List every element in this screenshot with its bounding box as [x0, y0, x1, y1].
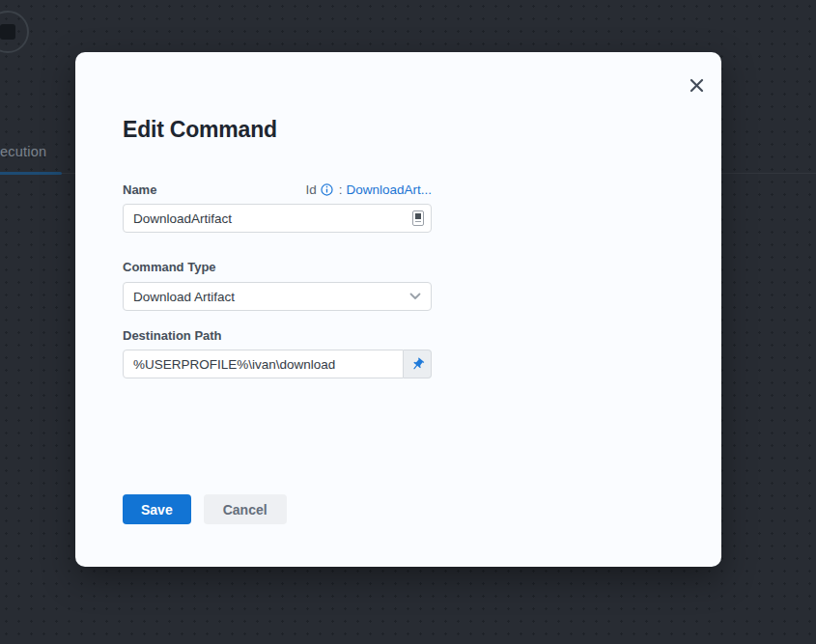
name-label: Name [123, 182, 156, 197]
active-tab-underline [0, 172, 62, 175]
destination-path-group [123, 350, 432, 378]
edit-command-modal: Edit Command Name Id : DownloadArt... [75, 52, 721, 567]
tab-execution[interactable]: ecution [0, 144, 46, 159]
stop-button[interactable] [0, 11, 29, 53]
page-title: Edit Command [123, 116, 674, 143]
name-input[interactable] [123, 204, 432, 233]
id-separator: : [339, 182, 343, 197]
edit-command-form: Name Id : DownloadArt... [123, 182, 432, 524]
close-icon [689, 78, 704, 93]
command-id-link[interactable]: DownloadArt... [346, 182, 432, 197]
save-button[interactable]: Save [123, 494, 191, 524]
chevron-down-icon [409, 293, 421, 300]
command-type-select[interactable]: Download Artifact [123, 282, 432, 311]
destination-path-label: Destination Path [123, 328, 432, 343]
name-field-header: Name Id : DownloadArt... [123, 182, 432, 197]
stop-icon [0, 24, 15, 40]
command-type-value: Download Artifact [133, 290, 235, 304]
command-id-group: Id : DownloadArt... [305, 182, 432, 197]
autofill-badge-icon[interactable] [412, 210, 424, 226]
command-type-label: Command Type [123, 260, 432, 274]
name-input-wrap [123, 204, 432, 233]
cancel-button[interactable]: Cancel [204, 494, 287, 524]
info-icon[interactable] [321, 183, 333, 196]
destination-path-input[interactable] [123, 350, 404, 378]
pin-button[interactable] [404, 350, 432, 378]
modal-footer: Save Cancel [123, 494, 432, 524]
close-button[interactable] [687, 75, 706, 95]
id-label: Id [305, 182, 316, 197]
pin-icon [407, 353, 427, 374]
